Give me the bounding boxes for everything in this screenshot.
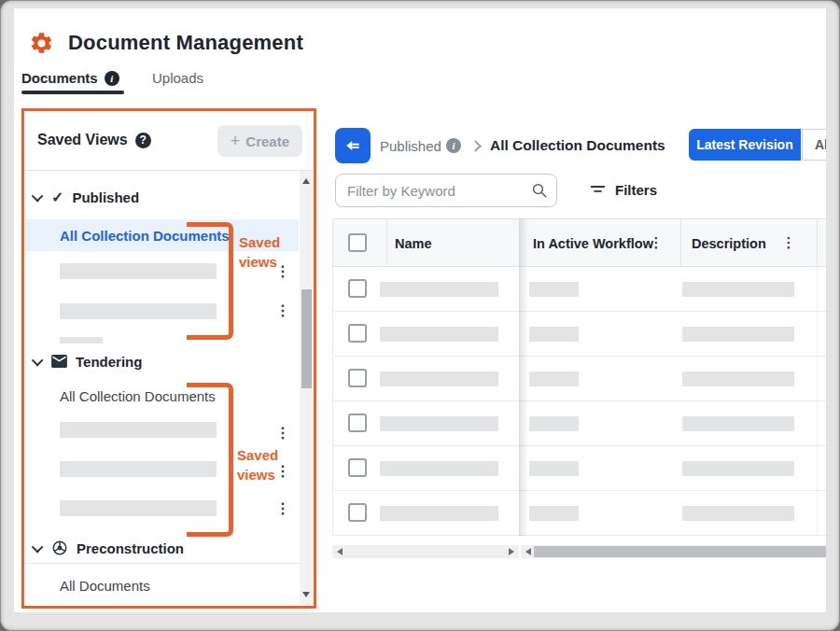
keyword-filter-input[interactable] xyxy=(335,174,557,207)
kebab-menu-icon[interactable]: ⋮ xyxy=(781,234,796,253)
filters-label: Filters xyxy=(615,182,657,198)
all-revisions-button[interactable]: All xyxy=(802,129,826,161)
table-row[interactable] xyxy=(332,491,826,536)
placeholder-bar xyxy=(682,506,794,521)
divider xyxy=(817,446,818,490)
kebab-menu-icon[interactable]: ⋮ xyxy=(274,499,291,518)
divider xyxy=(817,219,818,266)
tab-documents[interactable]: Documents i xyxy=(21,70,119,86)
placeholder-bar xyxy=(682,372,794,386)
row-checkbox[interactable] xyxy=(348,458,367,477)
kebab-menu-icon[interactable]: ⋮ xyxy=(274,424,291,442)
saved-views-title-text: Saved Views xyxy=(37,132,128,148)
table-row[interactable] xyxy=(332,357,826,401)
frozen-columns-horizontal-scrollbar[interactable] xyxy=(332,545,519,558)
annotation-line: views xyxy=(239,252,280,272)
scrollbar-thumb[interactable] xyxy=(301,289,312,388)
annotation-bracket-top xyxy=(187,222,233,340)
row-checkbox[interactable] xyxy=(348,279,367,298)
annotation-label-top: Saved views xyxy=(239,232,280,272)
filters-button[interactable]: Filters xyxy=(589,181,657,198)
divider xyxy=(24,563,314,564)
annotation-line: Saved xyxy=(239,232,280,252)
keyword-filter xyxy=(335,174,557,207)
placeholder-bar-clipped xyxy=(60,337,103,344)
table-horizontal-scrollbar[interactable] xyxy=(521,545,826,558)
latest-revision-button[interactable]: Latest Revision xyxy=(689,129,801,161)
row-checkbox[interactable] xyxy=(348,369,367,387)
placeholder-bar xyxy=(529,327,579,342)
placeholder-bar xyxy=(682,282,794,297)
check-icon: ✓ xyxy=(51,189,63,206)
table-row[interactable] xyxy=(332,312,826,357)
table-row[interactable] xyxy=(332,401,826,446)
scroll-down-arrow-icon[interactable] xyxy=(302,592,310,597)
create-button[interactable]: + Create xyxy=(217,125,302,157)
scroll-left-arrow-icon[interactable] xyxy=(525,548,531,555)
help-icon[interactable]: ? xyxy=(135,133,151,148)
divider xyxy=(817,357,818,400)
page-title: Document Management xyxy=(68,31,303,55)
group-preconstruction[interactable]: Preconstruction xyxy=(24,535,184,561)
breadcrumb-current: All Collection Documents xyxy=(490,137,665,154)
annotation-label-bottom: Saved views xyxy=(237,445,278,484)
tree-item[interactable]: All Documents xyxy=(60,578,150,594)
group-tendering-label: Tendering xyxy=(76,354,142,370)
table-header: Name In Active Workflow ⋮ Description ⋮ xyxy=(332,218,826,267)
kebab-menu-icon[interactable]: ⋮ xyxy=(649,234,664,253)
placeholder-bar xyxy=(529,416,579,431)
divider xyxy=(817,267,818,311)
window-frame: Document Management Documents i Uploads … xyxy=(0,0,840,631)
group-published-label: Published xyxy=(72,189,139,205)
placeholder-bar xyxy=(380,506,498,521)
table-row[interactable] xyxy=(332,446,826,491)
kebab-menu-icon[interactable]: ⋮ xyxy=(274,301,291,320)
chevron-down-icon[interactable] xyxy=(32,354,44,366)
group-tendering[interactable]: Tendering xyxy=(24,348,142,374)
saved-views-header: Saved Views ? + Create xyxy=(24,111,314,171)
row-checkbox[interactable] xyxy=(348,414,367,432)
column-header-name[interactable]: Name xyxy=(395,236,432,251)
placeholder-bar xyxy=(529,372,579,386)
row-checkbox[interactable] xyxy=(348,503,367,522)
info-icon[interactable]: i xyxy=(446,138,461,153)
chevron-down-icon[interactable] xyxy=(32,189,44,202)
select-all-checkbox[interactable] xyxy=(348,233,367,252)
chevron-right-icon xyxy=(469,140,482,152)
tab-uploads[interactable]: Uploads xyxy=(152,70,203,86)
scrollbar-thumb[interactable] xyxy=(534,546,826,557)
annotation-line: Saved xyxy=(237,445,278,465)
placeholder-bar xyxy=(380,327,498,342)
placeholder-bar xyxy=(380,372,498,386)
scroll-right-arrow-icon[interactable] xyxy=(509,548,514,555)
annotation-line: views xyxy=(237,465,278,484)
divider xyxy=(386,219,387,266)
group-preconstruction-label: Preconstruction xyxy=(77,540,184,556)
breadcrumb-parent[interactable]: Published xyxy=(380,138,441,154)
row-checkbox[interactable] xyxy=(348,324,367,343)
saved-views-title: Saved Views ? xyxy=(37,132,151,148)
plus-icon: + xyxy=(231,133,241,149)
chevron-down-icon[interactable] xyxy=(32,540,44,553)
search-icon xyxy=(531,182,548,199)
placeholder-bar xyxy=(682,461,794,476)
panel-vertical-scrollbar[interactable] xyxy=(300,171,314,605)
column-header-description[interactable]: Description xyxy=(692,236,766,251)
scroll-up-arrow-icon[interactable] xyxy=(302,178,310,184)
placeholder-bar xyxy=(380,416,498,431)
active-tab-underline xyxy=(21,91,124,94)
scroll-left-arrow-icon[interactable] xyxy=(337,548,343,555)
placeholder-bar xyxy=(529,506,579,521)
placeholder-bar xyxy=(380,282,498,297)
divider xyxy=(817,491,818,535)
table-row[interactable] xyxy=(332,267,826,312)
column-header-in-active-workflow[interactable]: In Active Workflow xyxy=(533,236,653,251)
group-published[interactable]: ✓ Published xyxy=(24,184,139,210)
placeholder-bar xyxy=(529,461,579,476)
tab-uploads-label: Uploads xyxy=(152,70,203,86)
gear-icon xyxy=(29,31,54,56)
divider xyxy=(817,312,818,356)
info-icon[interactable]: i xyxy=(105,71,119,86)
placeholder-bar xyxy=(529,282,579,297)
collapse-panel-button[interactable] xyxy=(335,128,371,163)
